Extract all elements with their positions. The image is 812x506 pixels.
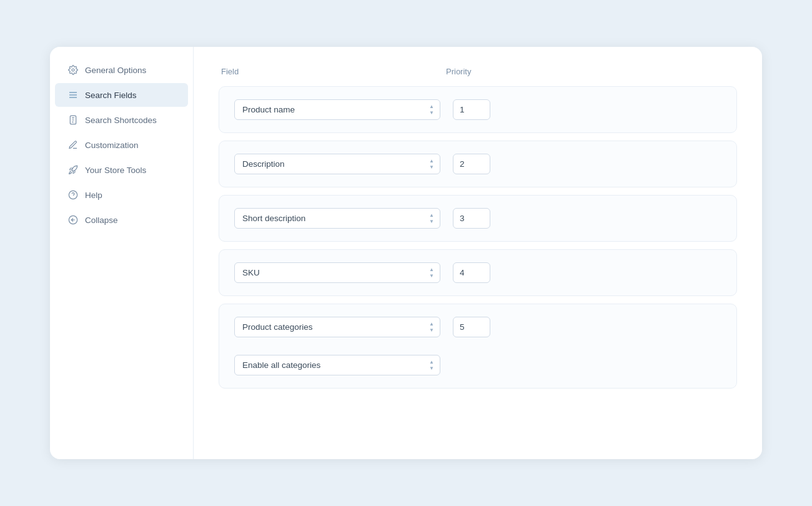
- sidebar-item-label-help: Help: [85, 191, 102, 200]
- sidebar-item-general-options[interactable]: General Options: [55, 58, 188, 82]
- sidebar-item-customization[interactable]: Customization: [55, 133, 188, 157]
- field-select-1[interactable]: Product name Description Short descripti…: [234, 99, 440, 120]
- field-select-wrapper-2: Product name Description Short descripti…: [234, 154, 440, 174]
- arrow-left-icon: [67, 214, 79, 226]
- sidebar-item-search-fields[interactable]: Search Fields: [55, 83, 188, 107]
- sidebar-item-label-your-store-tools: Your Store Tools: [85, 166, 146, 175]
- column-headers: Field Priority: [219, 67, 737, 76]
- field-select-wrapper-1: Product name Description Short descripti…: [234, 99, 440, 120]
- document-icon: [67, 114, 79, 126]
- sidebar: General Options Search Fields: [50, 47, 194, 459]
- sidebar-item-help[interactable]: Help: [55, 183, 188, 207]
- sidebar-item-label-search-fields: Search Fields: [85, 91, 137, 100]
- rocket-icon: [67, 164, 79, 176]
- priority-input-2[interactable]: [453, 154, 490, 174]
- field-row-5-bottom: Enable all categories Selected categorie…: [234, 355, 440, 375]
- priority-input-1[interactable]: [453, 99, 490, 120]
- field-row-1: Product name Description Short descripti…: [219, 86, 737, 133]
- field-select-3[interactable]: Product name Description Short descripti…: [234, 208, 440, 229]
- field-row-5: Product name Description Short descripti…: [219, 304, 737, 389]
- field-select-4[interactable]: Product name Description Short descripti…: [234, 262, 440, 283]
- question-icon: [67, 189, 79, 201]
- field-select-wrapper-3: Product name Description Short descripti…: [234, 208, 440, 229]
- field-row-4: Product name Description Short descripti…: [219, 249, 737, 296]
- sub-select-5[interactable]: Enable all categories Selected categorie…: [234, 355, 440, 375]
- column-priority-label: Priority: [446, 67, 471, 76]
- sidebar-item-your-store-tools[interactable]: Your Store Tools: [55, 158, 188, 182]
- sidebar-item-label-customization: Customization: [85, 141, 139, 150]
- svg-point-0: [72, 69, 74, 71]
- svg-point-8: [69, 191, 77, 199]
- field-select-2[interactable]: Product name Description Short descripti…: [234, 154, 440, 174]
- field-row-2: Product name Description Short descripti…: [219, 141, 737, 187]
- field-select-5[interactable]: Product name Description Short descripti…: [234, 317, 440, 337]
- pen-icon: [67, 139, 79, 151]
- sidebar-item-label-collapse: Collapse: [85, 216, 118, 225]
- field-select-wrapper-5: Product name Description Short descripti…: [234, 317, 440, 337]
- field-select-wrapper-4: Product name Description Short descripti…: [234, 262, 440, 283]
- field-row-5-top: Product name Description Short descripti…: [234, 317, 721, 337]
- sidebar-item-label-search-shortcodes: Search Shortcodes: [85, 116, 157, 125]
- priority-input-5[interactable]: [453, 317, 490, 337]
- column-field-label: Field: [221, 67, 433, 76]
- priority-input-4[interactable]: [453, 262, 490, 283]
- main-content: Field Priority Product name Description …: [194, 47, 762, 459]
- field-row-3: Product name Description Short descripti…: [219, 195, 737, 242]
- sidebar-item-search-shortcodes[interactable]: Search Shortcodes: [55, 108, 188, 132]
- gear-icon: [67, 64, 79, 76]
- priority-input-3[interactable]: [453, 208, 490, 229]
- sidebar-item-collapse[interactable]: Collapse: [55, 208, 188, 232]
- sub-select-wrapper-5: Enable all categories Selected categorie…: [234, 355, 440, 375]
- lines-icon: [67, 89, 79, 101]
- sidebar-item-label-general-options: General Options: [85, 66, 146, 75]
- app-container: General Options Search Fields: [50, 47, 762, 459]
